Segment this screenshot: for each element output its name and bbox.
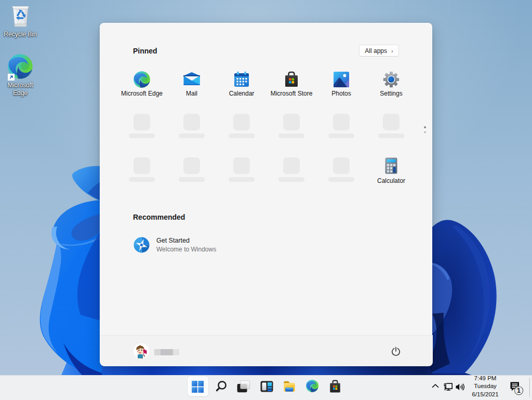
svg-text:1: 1 — [517, 387, 521, 394]
